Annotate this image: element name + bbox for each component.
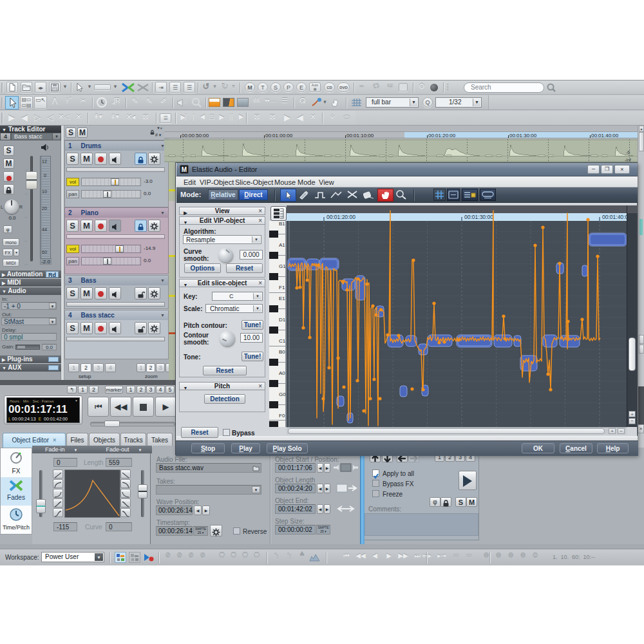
svg-text:C1: C1 [279, 338, 286, 344]
svg-text:A1: A1 [279, 242, 285, 248]
svg-text:B0: B0 [279, 349, 285, 355]
svg-text:B1: B1 [279, 221, 285, 227]
svg-text:G0: G0 [279, 392, 286, 397]
svg-text:00:01:20:00: 00:01:20:00 [327, 214, 355, 220]
svg-text:00:01:30:00: 00:01:30:00 [464, 214, 493, 220]
svg-text:G1: G1 [279, 263, 286, 269]
svg-text:00:01:40:0: 00:01:40:0 [602, 214, 627, 220]
svg-text:F0: F0 [279, 413, 285, 419]
svg-text:D1: D1 [279, 317, 286, 323]
svg-text:E1: E1 [279, 296, 285, 301]
svg-text:F1: F1 [279, 285, 285, 290]
svg-text:A0: A0 [279, 370, 285, 376]
